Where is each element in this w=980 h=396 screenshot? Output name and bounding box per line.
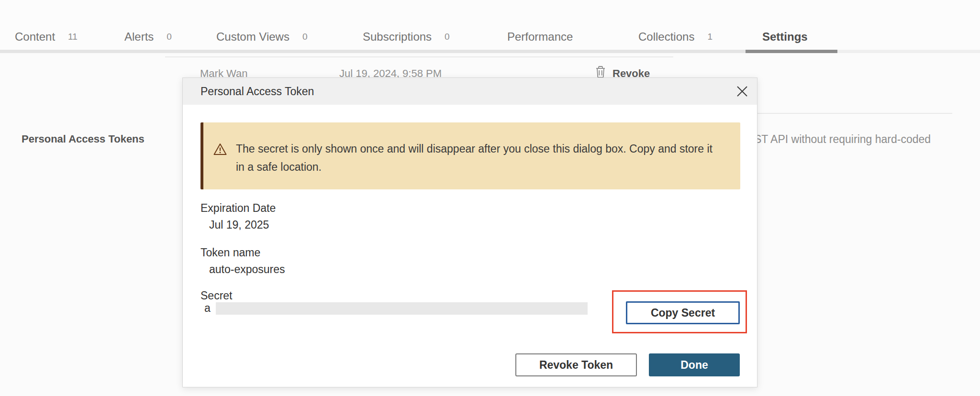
- secret-label: Secret: [200, 289, 232, 302]
- tab-label: Content: [15, 30, 55, 44]
- tab-label: Performance: [507, 30, 573, 44]
- tab-subscriptions[interactable]: Subscriptions 0: [363, 29, 450, 45]
- secret-value-row: a: [204, 302, 588, 315]
- personal-access-token-dialog: Personal Access Token The secret is only…: [182, 77, 757, 387]
- tab-content[interactable]: Content 11: [15, 29, 78, 45]
- close-icon[interactable]: [735, 84, 749, 99]
- tab-count: 0: [302, 32, 308, 42]
- revoke-token-button[interactable]: Revoke Token: [515, 353, 637, 376]
- tab-count: 1: [707, 32, 713, 42]
- done-button[interactable]: Done: [649, 353, 740, 376]
- active-tab-underline: [746, 50, 837, 53]
- tab-bar: Content 11 Alerts 0 Custom Views 0 Subsc…: [0, 0, 980, 53]
- tab-label: Custom Views: [216, 30, 290, 44]
- tab-label: Alerts: [124, 30, 154, 44]
- warning-triangle-icon: [213, 143, 227, 156]
- secret-value-visible-char: a: [204, 302, 211, 315]
- secret-redacted-bar: [216, 302, 588, 315]
- page: Content 11 Alerts 0 Custom Views 0 Subsc…: [0, 0, 980, 396]
- trash-icon[interactable]: [595, 66, 606, 78]
- expiration-date-value: Jul 19, 2025: [209, 219, 269, 231]
- tab-label: Settings: [762, 30, 808, 44]
- copy-secret-button[interactable]: Copy Secret: [626, 301, 740, 324]
- tab-collections[interactable]: Collections 1: [638, 29, 713, 45]
- token-name-value: auto-exposures: [209, 263, 285, 276]
- secret-warning-banner: The secret is only shown once and will d…: [200, 122, 740, 189]
- dialog-header: Personal Access Token: [183, 78, 757, 105]
- expiration-date-label: Expiration Date: [200, 202, 276, 215]
- tab-settings[interactable]: Settings: [762, 29, 808, 45]
- section-label-personal-access-tokens: Personal Access Tokens: [22, 133, 145, 145]
- section-description-fragment: ST API without requiring hard-coded: [754, 133, 931, 146]
- token-name-label: Token name: [200, 246, 260, 259]
- tab-alerts[interactable]: Alerts 0: [124, 29, 172, 45]
- table-top-divider: [165, 56, 673, 57]
- tab-label: Collections: [638, 30, 694, 44]
- tab-custom-views[interactable]: Custom Views 0: [216, 29, 308, 45]
- dialog-title: Personal Access Token: [200, 78, 314, 105]
- tab-label: Subscriptions: [363, 30, 432, 44]
- tab-count: 11: [68, 32, 78, 42]
- warning-text: The secret is only shown once and will d…: [236, 140, 724, 176]
- tab-count: 0: [445, 32, 450, 42]
- tab-count: 0: [167, 32, 172, 42]
- tab-performance[interactable]: Performance: [507, 29, 573, 45]
